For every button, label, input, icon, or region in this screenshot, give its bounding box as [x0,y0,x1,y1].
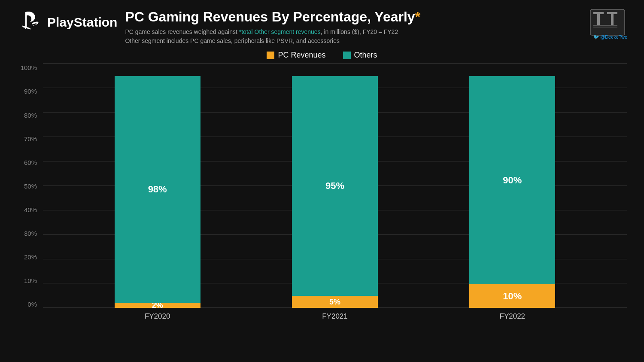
stacked-bar-fy2021: 5% 95% [292,76,378,308]
x-label-fy2022: FY2022 [469,312,555,321]
stacked-bar-fy2020: 2% 98% [115,76,200,308]
y-tick-10: 10% [24,277,37,284]
header: PlayStation PC Gaming Revenues By Percen… [17,9,627,46]
bar-group-fy2020: 2% 98% [115,76,200,308]
y-axis: 100% 90% 80% 70% 60% 50% 40% 30% 20% 10%… [17,63,43,321]
y-tick-50: 50% [24,183,37,190]
legend-swatch-others [343,52,351,59]
bar-others-fy2022: 90% [469,76,555,284]
chart-inner: 2% 98% 5% 95% [43,63,627,321]
legend-label-pc: PC Revenues [278,51,325,60]
chart-legend: PC Revenues Others [17,51,627,60]
ps-symbol-icon [17,10,43,34]
svg-rect-6 [593,27,617,27]
header-left: PlayStation PC Gaming Revenues By Percen… [17,9,420,46]
svg-rect-4 [611,12,614,25]
tt-logo: 🐦 @DeekeTweak [588,9,627,41]
y-tick-30: 30% [24,230,37,237]
bars-area: 2% 98% 5% 95% [43,63,627,308]
ps-wordmark: PlayStation [47,15,117,30]
bar-pc-fy2022: 10% [469,284,555,308]
tt-logo-icon: 🐦 @DeekeTweak [588,9,627,41]
x-label-fy2021: FY2021 [292,312,378,321]
bar-others-fy2020: 98% [115,76,200,303]
bar-pc-fy2020: 2% [115,303,200,308]
y-tick-20: 20% [24,253,37,261]
svg-text:🐦: 🐦 [593,34,599,40]
legend-item-others: Others [343,51,377,60]
bar-others-label-fy2021: 95% [325,180,344,192]
chart-wrapper: 100% 90% 80% 70% 60% 50% 40% 30% 20% 10%… [17,63,627,321]
bar-pc-label-fy2021: 5% [329,298,340,307]
bar-others-label-fy2022: 90% [503,175,522,186]
bar-pc-label-fy2022: 10% [503,291,522,302]
y-tick-0: 0% [27,301,37,308]
x-labels: FY2020 FY2021 FY2022 [43,312,627,321]
y-tick-70: 70% [24,135,37,143]
y-tick-60: 60% [24,159,37,166]
svg-rect-2 [597,12,600,25]
bar-others-fy2021: 95% [292,76,378,296]
y-tick-100: 100% [21,64,37,71]
y-tick-80: 80% [24,112,37,119]
bar-group-fy2021: 5% 95% [292,76,378,308]
x-label-fy2020: FY2020 [115,312,200,321]
bar-others-label-fy2020: 98% [148,184,167,195]
playstation-logo: PlayStation [17,10,117,34]
main-container: PlayStation PC Gaming Revenues By Percen… [0,0,644,362]
bar-pc-fy2021: 5% [292,296,378,308]
stacked-bar-fy2022: 10% 90% [469,76,555,308]
chart-subtitle: PC game sales revenues weighed against *… [125,27,420,46]
svg-rect-5 [593,25,617,26]
legend-label-others: Others [354,51,377,60]
header-text: PC Gaming Revenues By Percentage, Yearly… [125,9,420,46]
svg-text:@DeekeTweak: @DeekeTweak [600,34,627,40]
chart-title: PC Gaming Revenues By Percentage, Yearly… [125,9,420,25]
legend-item-pc-revenues: PC Revenues [267,51,325,60]
bar-group-fy2022: 10% 90% [469,76,555,308]
y-tick-90: 90% [24,88,37,95]
legend-swatch-pc [267,52,274,59]
y-tick-40: 40% [24,206,37,213]
